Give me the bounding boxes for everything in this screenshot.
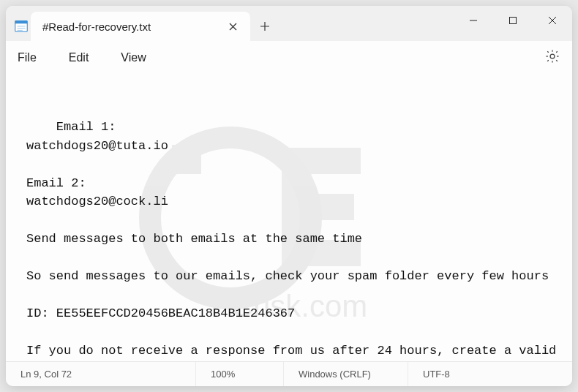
svg-rect-10 <box>510 18 517 24</box>
svg-rect-15 <box>172 145 201 174</box>
status-zoom[interactable]: 100% <box>196 362 284 386</box>
text-editor[interactable]: PCrisk.com Email 1: watchdogs20@tuta.io … <box>6 75 572 361</box>
menu-bar: File Edit View <box>6 41 572 75</box>
status-position: Ln 9, Col 72 <box>6 362 196 386</box>
svg-point-13 <box>550 54 555 59</box>
document-tab[interactable]: #Read-for-recovery.txt <box>31 12 250 41</box>
maximize-button[interactable] <box>493 6 533 35</box>
status-charset[interactable]: UTF-8 <box>408 362 465 386</box>
title-bar: #Read-for-recovery.txt <box>6 6 572 41</box>
svg-rect-1 <box>15 21 28 24</box>
notepad-window: #Read-for-recovery.txt File Edit View <box>6 6 572 386</box>
status-line-ending[interactable]: Windows (CRLF) <box>284 362 408 386</box>
menu-edit[interactable]: Edit <box>69 51 89 64</box>
menu-file[interactable]: File <box>18 51 37 64</box>
menu-view[interactable]: View <box>121 51 146 64</box>
new-tab-button[interactable] <box>250 12 279 41</box>
close-tab-icon[interactable] <box>222 16 243 37</box>
minimize-button[interactable] <box>454 6 493 35</box>
document-content: Email 1: watchdogs20@tuta.io Email 2: wa… <box>26 120 556 361</box>
status-bar: Ln 9, Col 72 100% Windows (CRLF) UTF-8 <box>6 361 572 386</box>
close-window-button[interactable] <box>533 6 572 35</box>
settings-button[interactable] <box>544 48 560 67</box>
tab-title: #Read-for-recovery.txt <box>42 20 151 33</box>
window-controls <box>454 6 572 41</box>
notepad-icon <box>6 6 31 41</box>
